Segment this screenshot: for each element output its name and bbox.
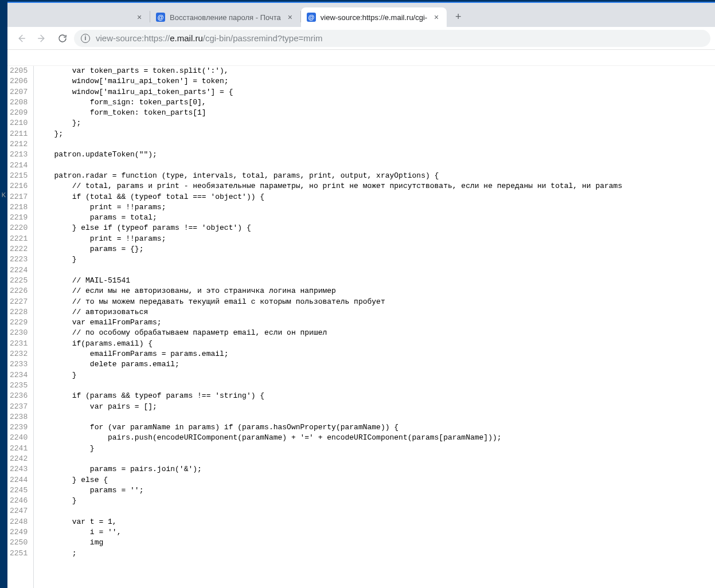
- line-number: 2223: [7, 254, 30, 265]
- forward-button[interactable]: [33, 29, 51, 48]
- code-line: patron.updateToken("");: [36, 150, 622, 160]
- code-line: window['mailru_api_token_parts'] = {: [36, 87, 622, 97]
- code-line: params = pairs.join('&');: [36, 464, 622, 475]
- tab-0-close-icon[interactable]: ×: [135, 13, 144, 22]
- code-line: for (var paramName in params) if (params…: [36, 422, 622, 433]
- code-line: patron.radar = function (type, intervals…: [36, 171, 622, 181]
- code-line: // по особому обрабатываем параметр emai…: [36, 328, 622, 338]
- code-line: ;: [36, 548, 622, 559]
- tab-1[interactable]: @ Восстановление пароля - Почта ×: [150, 7, 300, 27]
- tab-2[interactable]: @ view-source:https://e.mail.ru/cgi- ×: [301, 7, 447, 27]
- line-number: 2217: [7, 192, 30, 202]
- code-line: emailFromParams = params.email;: [36, 349, 622, 359]
- tab-0[interactable]: ×: [12, 7, 150, 27]
- line-number: 2209: [7, 108, 30, 118]
- code-line: [36, 412, 622, 422]
- code-line: [36, 506, 622, 516]
- line-number: 2235: [7, 381, 30, 391]
- tab-2-close-icon[interactable]: ×: [432, 13, 441, 22]
- code-line: var emailFromParams;: [36, 317, 622, 328]
- code-line: print = !!params;: [36, 234, 622, 244]
- reload-icon: [57, 33, 68, 44]
- line-number: 2238: [7, 412, 30, 422]
- bookmarks-bar: [7, 50, 715, 66]
- tab-strip: × @ Восстановление пароля - Почта × @ vi…: [7, 3, 715, 27]
- code-line: }: [36, 254, 622, 265]
- line-number: 2215: [7, 171, 30, 181]
- code-line: // MAIL-51541: [36, 276, 622, 286]
- tab-1-title: Восстановление пароля - Почта: [170, 13, 281, 22]
- line-number: 2241: [7, 444, 30, 454]
- line-number: 2227: [7, 297, 30, 307]
- line-number: 2229: [7, 317, 30, 328]
- code-line: [36, 139, 622, 150]
- view-source-area[interactable]: 2205220622072208220922102211221222132214…: [7, 66, 715, 588]
- line-number: 2233: [7, 359, 30, 370]
- code-line: };: [36, 118, 622, 128]
- code-line: params = total;: [36, 213, 622, 223]
- line-number: 2216: [7, 181, 30, 191]
- code-line: i = '',: [36, 527, 622, 538]
- line-number: 2251: [7, 548, 30, 559]
- line-number: 2236: [7, 391, 30, 401]
- line-number: 2246: [7, 496, 30, 506]
- new-tab-button[interactable]: +: [450, 9, 466, 25]
- code-line: if (params && typeof params !== 'string'…: [36, 391, 622, 401]
- code-line: img: [36, 538, 622, 548]
- line-number: 2242: [7, 454, 30, 464]
- code-line: params = {};: [36, 244, 622, 254]
- line-number: 2214: [7, 160, 30, 171]
- code-line: var pairs = [];: [36, 402, 622, 412]
- code-line: }: [36, 496, 622, 506]
- code-line: };: [36, 129, 622, 139]
- line-number: 2230: [7, 328, 30, 338]
- code-line: // авторизоваться: [36, 307, 622, 317]
- code-line: delete params.email;: [36, 359, 622, 370]
- address-bar[interactable]: i view-source:https://e.mail.ru/cgi-bin/…: [74, 30, 710, 47]
- code-line: var token_parts = token.split(':'),: [36, 66, 622, 76]
- tab-1-close-icon[interactable]: ×: [286, 13, 295, 22]
- back-button[interactable]: [12, 29, 30, 48]
- code-line: form_sign: token_parts[0],: [36, 97, 622, 108]
- browser-window: × @ Восстановление пароля - Почта × @ vi…: [7, 2, 715, 588]
- line-number-gutter: 2205220622072208220922102211221222132214…: [7, 66, 34, 588]
- code-line: // то мы можем передавать текущий email …: [36, 297, 622, 307]
- line-number: 2225: [7, 276, 30, 286]
- code-line: }: [36, 444, 622, 454]
- code-line: [36, 381, 622, 391]
- line-number: 2207: [7, 87, 30, 97]
- site-info-icon[interactable]: i: [81, 34, 90, 43]
- code-line: print = !!params;: [36, 202, 622, 213]
- url-text: view-source:https://e.mail.ru/cgi-bin/pa…: [96, 33, 704, 43]
- code-line: window['mailru_api_token'] = token;: [36, 76, 622, 87]
- code-line: } else {: [36, 475, 622, 485]
- url-prefix: view-source:https://: [96, 33, 170, 43]
- line-number: 2205: [7, 66, 30, 76]
- code-line: form_token: token_parts[1]: [36, 108, 622, 118]
- source-code: var token_parts = token.split(':'), wind…: [34, 66, 622, 588]
- mail-at-icon: @: [307, 13, 316, 22]
- line-number: 2247: [7, 506, 30, 516]
- line-number: 2239: [7, 422, 30, 433]
- code-line: [36, 160, 622, 171]
- mail-at-icon: @: [156, 13, 165, 22]
- tab-2-title: view-source:https://e.mail.ru/cgi-: [321, 13, 427, 22]
- arrow-right-icon: [37, 33, 47, 44]
- line-number: 2232: [7, 349, 30, 359]
- reload-button[interactable]: [53, 29, 72, 48]
- url-path: /cgi-bin/passremind?type=mrim: [203, 33, 323, 43]
- tab-2-favicon: @: [307, 13, 316, 22]
- line-number: 2237: [7, 402, 30, 412]
- toolbar: i view-source:https://e.mail.ru/cgi-bin/…: [7, 27, 715, 50]
- code-line: // total, params и print - необязательны…: [36, 181, 622, 191]
- line-number: 2222: [7, 244, 30, 254]
- code-line: [36, 265, 622, 276]
- line-number: 2243: [7, 464, 30, 475]
- line-number: 2245: [7, 485, 30, 496]
- line-number: 2212: [7, 139, 30, 150]
- line-number: 2250: [7, 538, 30, 548]
- code-line: if (total && (typeof total === 'object')…: [36, 192, 622, 202]
- arrow-left-icon: [16, 33, 26, 44]
- line-number: 2234: [7, 370, 30, 381]
- tab-0-favicon: [18, 13, 27, 22]
